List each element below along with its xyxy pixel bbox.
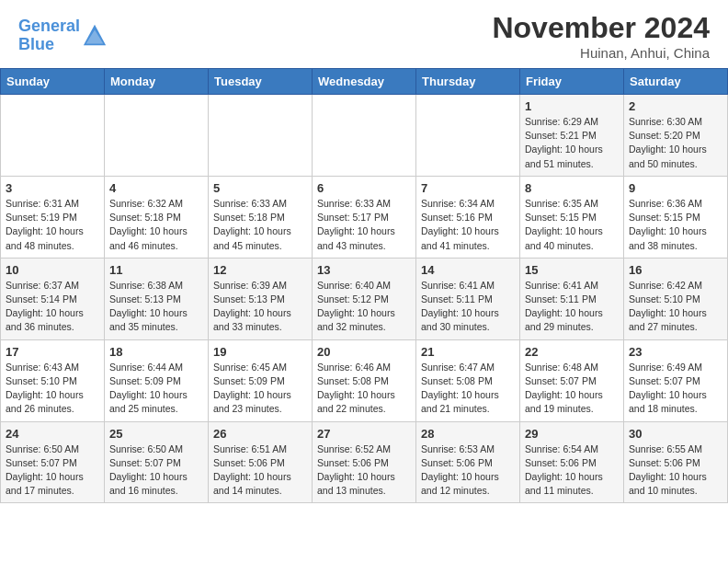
day-info: Sunrise: 6:45 AM Sunset: 5:09 PM Dayligh… bbox=[213, 361, 307, 417]
title-block: November 2024 Huinan, Anhui, China bbox=[492, 11, 710, 61]
calendar-cell: 11Sunrise: 6:38 AM Sunset: 5:13 PM Dayli… bbox=[105, 258, 209, 339]
day-info: Sunrise: 6:42 AM Sunset: 5:10 PM Dayligh… bbox=[629, 279, 722, 335]
calendar-cell: 8Sunrise: 6:35 AM Sunset: 5:15 PM Daylig… bbox=[520, 176, 624, 258]
calendar-week-row: 10Sunrise: 6:37 AM Sunset: 5:14 PM Dayli… bbox=[1, 258, 728, 339]
day-info: Sunrise: 6:41 AM Sunset: 5:11 PM Dayligh… bbox=[525, 279, 619, 335]
calendar-cell: 14Sunrise: 6:41 AM Sunset: 5:11 PM Dayli… bbox=[416, 258, 520, 339]
day-info: Sunrise: 6:32 AM Sunset: 5:18 PM Dayligh… bbox=[109, 197, 203, 253]
day-number: 24 bbox=[6, 427, 99, 441]
month-title: November 2024 bbox=[492, 11, 710, 45]
day-number: 27 bbox=[317, 427, 411, 441]
weekday-header-monday: Monday bbox=[105, 69, 209, 95]
weekday-header-wednesday: Wednesday bbox=[313, 69, 416, 95]
weekday-header-tuesday: Tuesday bbox=[209, 69, 313, 95]
calendar-cell: 10Sunrise: 6:37 AM Sunset: 5:14 PM Dayli… bbox=[1, 258, 105, 339]
calendar-cell: 2Sunrise: 6:30 AM Sunset: 5:20 PM Daylig… bbox=[624, 95, 728, 177]
day-info: Sunrise: 6:49 AM Sunset: 5:07 PM Dayligh… bbox=[629, 361, 722, 417]
day-number: 11 bbox=[109, 263, 203, 277]
day-info: Sunrise: 6:34 AM Sunset: 5:16 PM Dayligh… bbox=[421, 197, 515, 253]
calendar-cell: 23Sunrise: 6:49 AM Sunset: 5:07 PM Dayli… bbox=[624, 339, 728, 421]
calendar-cell: 24Sunrise: 6:50 AM Sunset: 5:07 PM Dayli… bbox=[1, 421, 105, 503]
day-info: Sunrise: 6:53 AM Sunset: 5:06 PM Dayligh… bbox=[421, 442, 515, 499]
calendar-cell bbox=[313, 95, 416, 177]
calendar-cell bbox=[209, 95, 313, 177]
calendar-week-row: 24Sunrise: 6:50 AM Sunset: 5:07 PM Dayli… bbox=[1, 421, 728, 503]
calendar-cell: 18Sunrise: 6:44 AM Sunset: 5:09 PM Dayli… bbox=[105, 339, 209, 421]
calendar-cell: 4Sunrise: 6:32 AM Sunset: 5:18 PM Daylig… bbox=[105, 176, 209, 258]
weekday-header-thursday: Thursday bbox=[416, 69, 520, 95]
day-number: 30 bbox=[629, 427, 722, 441]
calendar-cell: 22Sunrise: 6:48 AM Sunset: 5:07 PM Dayli… bbox=[520, 339, 624, 421]
calendar-cell: 21Sunrise: 6:47 AM Sunset: 5:08 PM Dayli… bbox=[416, 339, 520, 421]
day-info: Sunrise: 6:55 AM Sunset: 5:06 PM Dayligh… bbox=[629, 442, 722, 499]
weekday-header-friday: Friday bbox=[520, 69, 624, 95]
calendar-cell: 13Sunrise: 6:40 AM Sunset: 5:12 PM Dayli… bbox=[313, 258, 416, 339]
day-number: 23 bbox=[629, 345, 722, 359]
day-number: 14 bbox=[421, 263, 515, 277]
calendar-cell: 28Sunrise: 6:53 AM Sunset: 5:06 PM Dayli… bbox=[416, 421, 520, 503]
day-info: Sunrise: 6:50 AM Sunset: 5:07 PM Dayligh… bbox=[6, 442, 99, 499]
calendar-cell: 6Sunrise: 6:33 AM Sunset: 5:17 PM Daylig… bbox=[313, 176, 416, 258]
location: Huinan, Anhui, China bbox=[492, 45, 710, 61]
day-number: 26 bbox=[213, 427, 307, 441]
calendar-cell: 20Sunrise: 6:46 AM Sunset: 5:08 PM Dayli… bbox=[313, 339, 416, 421]
calendar-cell: 15Sunrise: 6:41 AM Sunset: 5:11 PM Dayli… bbox=[520, 258, 624, 339]
day-number: 9 bbox=[629, 181, 722, 195]
calendar-cell: 27Sunrise: 6:52 AM Sunset: 5:06 PM Dayli… bbox=[313, 421, 416, 503]
day-number: 28 bbox=[421, 427, 515, 441]
day-info: Sunrise: 6:40 AM Sunset: 5:12 PM Dayligh… bbox=[317, 279, 411, 335]
day-number: 18 bbox=[109, 345, 203, 359]
calendar-cell: 3Sunrise: 6:31 AM Sunset: 5:19 PM Daylig… bbox=[1, 176, 105, 258]
day-info: Sunrise: 6:41 AM Sunset: 5:11 PM Dayligh… bbox=[421, 279, 515, 335]
day-number: 29 bbox=[525, 427, 619, 441]
calendar-cell: 1Sunrise: 6:29 AM Sunset: 5:21 PM Daylig… bbox=[520, 95, 624, 177]
day-number: 2 bbox=[629, 99, 722, 113]
calendar-cell: 5Sunrise: 6:33 AM Sunset: 5:18 PM Daylig… bbox=[209, 176, 313, 258]
calendar-week-row: 17Sunrise: 6:43 AM Sunset: 5:10 PM Dayli… bbox=[1, 339, 728, 421]
day-number: 25 bbox=[109, 427, 203, 441]
calendar-cell: 17Sunrise: 6:43 AM Sunset: 5:10 PM Dayli… bbox=[1, 339, 105, 421]
calendar-week-row: 3Sunrise: 6:31 AM Sunset: 5:19 PM Daylig… bbox=[1, 176, 728, 258]
day-info: Sunrise: 6:54 AM Sunset: 5:06 PM Dayligh… bbox=[525, 442, 619, 499]
day-number: 6 bbox=[317, 181, 411, 195]
calendar-cell: 7Sunrise: 6:34 AM Sunset: 5:16 PM Daylig… bbox=[416, 176, 520, 258]
day-info: Sunrise: 6:38 AM Sunset: 5:13 PM Dayligh… bbox=[109, 279, 203, 335]
day-number: 4 bbox=[109, 181, 203, 195]
day-info: Sunrise: 6:33 AM Sunset: 5:17 PM Dayligh… bbox=[317, 197, 411, 253]
day-info: Sunrise: 6:39 AM Sunset: 5:13 PM Dayligh… bbox=[213, 279, 307, 335]
day-number: 7 bbox=[421, 181, 515, 195]
day-info: Sunrise: 6:48 AM Sunset: 5:07 PM Dayligh… bbox=[525, 361, 619, 417]
day-number: 10 bbox=[6, 263, 99, 277]
day-info: Sunrise: 6:29 AM Sunset: 5:21 PM Dayligh… bbox=[525, 115, 619, 171]
day-number: 13 bbox=[317, 263, 411, 277]
day-info: Sunrise: 6:44 AM Sunset: 5:09 PM Dayligh… bbox=[109, 361, 203, 417]
day-info: Sunrise: 6:51 AM Sunset: 5:06 PM Dayligh… bbox=[213, 442, 307, 499]
day-number: 15 bbox=[525, 263, 619, 277]
day-number: 3 bbox=[6, 181, 99, 195]
calendar-cell bbox=[105, 95, 209, 177]
weekday-header-saturday: Saturday bbox=[624, 69, 728, 95]
day-number: 8 bbox=[525, 181, 619, 195]
day-info: Sunrise: 6:46 AM Sunset: 5:08 PM Dayligh… bbox=[317, 361, 411, 417]
weekday-header-sunday: Sunday bbox=[1, 69, 105, 95]
day-number: 5 bbox=[213, 181, 307, 195]
day-info: Sunrise: 6:33 AM Sunset: 5:18 PM Dayligh… bbox=[213, 197, 307, 253]
day-info: Sunrise: 6:37 AM Sunset: 5:14 PM Dayligh… bbox=[6, 279, 99, 335]
day-number: 22 bbox=[525, 345, 619, 359]
day-info: Sunrise: 6:52 AM Sunset: 5:06 PM Dayligh… bbox=[317, 442, 411, 499]
day-number: 21 bbox=[421, 345, 515, 359]
calendar-cell: 25Sunrise: 6:50 AM Sunset: 5:07 PM Dayli… bbox=[105, 421, 209, 503]
day-number: 19 bbox=[213, 345, 307, 359]
calendar-cell: 26Sunrise: 6:51 AM Sunset: 5:06 PM Dayli… bbox=[209, 421, 313, 503]
day-info: Sunrise: 6:43 AM Sunset: 5:10 PM Dayligh… bbox=[6, 361, 99, 417]
day-number: 20 bbox=[317, 345, 411, 359]
calendar-cell: 16Sunrise: 6:42 AM Sunset: 5:10 PM Dayli… bbox=[624, 258, 728, 339]
logo-text: General Blue bbox=[18, 17, 80, 54]
page-header: General Blue November 2024 Huinan, Anhui… bbox=[0, 0, 728, 68]
calendar-table: SundayMondayTuesdayWednesdayThursdayFrid… bbox=[0, 68, 728, 503]
calendar-cell: 30Sunrise: 6:55 AM Sunset: 5:06 PM Dayli… bbox=[624, 421, 728, 503]
day-number: 16 bbox=[629, 263, 722, 277]
day-info: Sunrise: 6:50 AM Sunset: 5:07 PM Dayligh… bbox=[109, 442, 203, 499]
logo-icon bbox=[82, 23, 108, 49]
calendar-cell bbox=[1, 95, 105, 177]
